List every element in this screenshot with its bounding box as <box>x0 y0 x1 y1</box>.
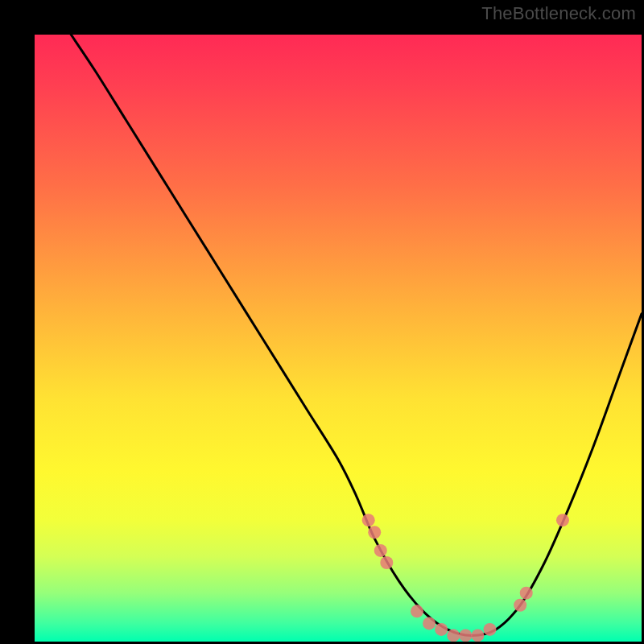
data-marker <box>484 623 497 636</box>
data-marker <box>411 605 423 617</box>
curve-layer <box>71 35 642 635</box>
data-marker <box>471 629 484 642</box>
data-marker <box>374 544 387 557</box>
chart-frame <box>16 16 628 628</box>
data-marker <box>368 526 381 539</box>
data-marker <box>459 629 472 642</box>
data-marker <box>520 587 533 600</box>
watermark-text: TheBottleneck.com <box>481 3 636 24</box>
bottleneck-curve <box>71 35 642 635</box>
plot-area <box>35 35 642 642</box>
data-marker <box>380 556 393 569</box>
data-marker <box>447 629 460 642</box>
data-marker <box>514 599 526 612</box>
data-marker <box>556 514 569 526</box>
data-marker <box>435 623 448 636</box>
data-marker <box>423 617 436 630</box>
data-marker <box>362 514 375 526</box>
chart-svg <box>35 35 642 642</box>
